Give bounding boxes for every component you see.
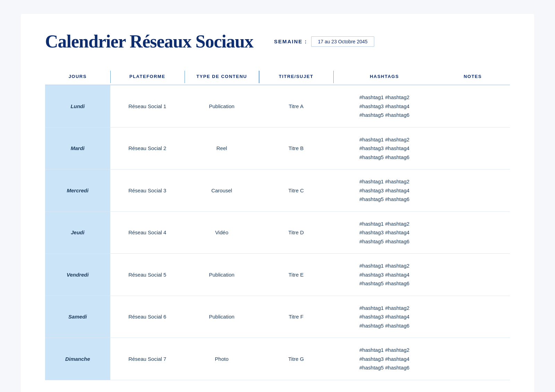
day-cell: Mercredi: [45, 169, 110, 212]
day-cell: Dimanche: [45, 338, 110, 380]
semaine-section: SEMAINE : 17 au 23 Octobre 2045: [274, 36, 374, 47]
notes-cell: [436, 296, 510, 338]
hashtags-cell: #hashtag1 #hashtag2 #hashtag3 #hashtag4 …: [333, 254, 436, 296]
platform-cell: Réseau Social 5: [110, 254, 185, 296]
day-cell: Vendredi: [45, 254, 110, 296]
type-cell: Publication: [185, 85, 259, 127]
type-cell: Vidéo: [185, 211, 259, 254]
table-row: LundiRéseau Social 1PublicationTitre A#h…: [45, 85, 510, 127]
type-cell: Carousel: [185, 169, 259, 212]
title-cell: Titre F: [259, 296, 333, 338]
type-cell: Publication: [185, 254, 259, 296]
type-cell: Reel: [185, 127, 259, 169]
day-cell: Mardi: [45, 127, 110, 169]
hashtags-cell: #hashtag1 #hashtag2 #hashtag3 #hashtag4 …: [333, 127, 436, 169]
hashtags-cell: #hashtag1 #hashtag2 #hashtag3 #hashtag4 …: [333, 169, 436, 212]
hashtags-cell: #hashtag1 #hashtag2 #hashtag3 #hashtag4 …: [333, 85, 436, 127]
type-cell: Photo: [185, 338, 259, 380]
title-cell: Titre E: [259, 254, 333, 296]
page-container: Calendrier Réseaux Sociaux SEMAINE : 17 …: [21, 14, 534, 392]
day-cell: Samedi: [45, 296, 110, 338]
day-cell: Lundi: [45, 85, 110, 127]
table-row: MardiRéseau Social 2ReelTitre B#hashtag1…: [45, 127, 510, 169]
col-header-plateforme: PLATEFORME: [110, 69, 185, 85]
hashtags-cell: #hashtag1 #hashtag2 #hashtag3 #hashtag4 …: [333, 338, 436, 380]
table-header-row: JOURS PLATEFORME TYPE DE CONTENU TITRE/S…: [45, 69, 510, 85]
col-header-notes: NOTES: [436, 69, 510, 85]
platform-cell: Réseau Social 4: [110, 211, 185, 254]
col-header-hashtags: HASHTAGS: [333, 69, 436, 85]
platform-cell: Réseau Social 1: [110, 85, 185, 127]
notes-cell: [436, 211, 510, 254]
title-cell: Titre B: [259, 127, 333, 169]
type-cell: Publication: [185, 296, 259, 338]
notes-cell: [436, 338, 510, 380]
table-row: MercrediRéseau Social 3CarouselTitre C#h…: [45, 169, 510, 212]
col-header-titre: TITRE/SUJET: [259, 69, 333, 85]
notes-cell: [436, 254, 510, 296]
table-row: SamediRéseau Social 6PublicationTitre F#…: [45, 296, 510, 338]
platform-cell: Réseau Social 3: [110, 169, 185, 212]
table-row: VendrediRéseau Social 5PublicationTitre …: [45, 254, 510, 296]
title-cell: Titre C: [259, 169, 333, 212]
table-row: DimancheRéseau Social 7PhotoTitre G#hash…: [45, 338, 510, 380]
notes-cell: [436, 169, 510, 212]
platform-cell: Réseau Social 2: [110, 127, 185, 169]
col-header-jours: JOURS: [45, 69, 110, 85]
notes-cell: [436, 127, 510, 169]
hashtags-cell: #hashtag1 #hashtag2 #hashtag3 #hashtag4 …: [333, 211, 436, 254]
page-title: Calendrier Réseaux Sociaux: [45, 31, 253, 52]
hashtags-cell: #hashtag1 #hashtag2 #hashtag3 #hashtag4 …: [333, 296, 436, 338]
notes-cell: [436, 85, 510, 127]
platform-cell: Réseau Social 6: [110, 296, 185, 338]
page-header: Calendrier Réseaux Sociaux SEMAINE : 17 …: [45, 31, 510, 52]
title-cell: Titre D: [259, 211, 333, 254]
semaine-label: SEMAINE :: [274, 38, 307, 44]
semaine-value: 17 au 23 Octobre 2045: [311, 36, 374, 47]
table-row: JeudiRéseau Social 4VidéoTitre D#hashtag…: [45, 211, 510, 254]
title-cell: Titre G: [259, 338, 333, 380]
col-header-type: TYPE DE CONTENU: [185, 69, 259, 85]
platform-cell: Réseau Social 7: [110, 338, 185, 380]
day-cell: Jeudi: [45, 211, 110, 254]
calendar-table: JOURS PLATEFORME TYPE DE CONTENU TITRE/S…: [45, 69, 510, 380]
title-cell: Titre A: [259, 85, 333, 127]
